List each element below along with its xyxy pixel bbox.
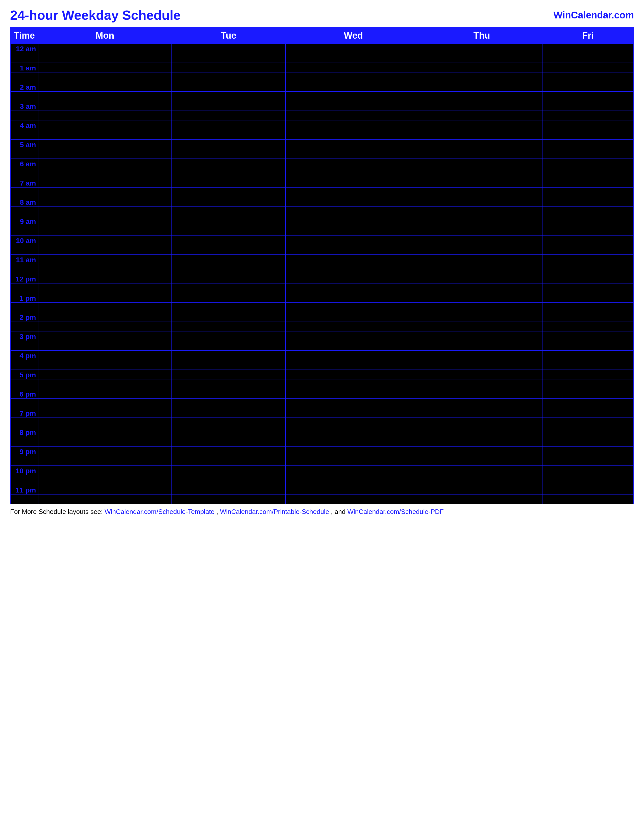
schedule-cell[interactable]: [171, 418, 286, 427]
footer-link-1[interactable]: WinCalendar.com/Schedule-Template: [105, 508, 214, 515]
schedule-cell[interactable]: [171, 121, 286, 130]
schedule-cell[interactable]: [286, 495, 421, 504]
schedule-cell[interactable]: [38, 92, 171, 101]
schedule-cell[interactable]: [38, 485, 171, 495]
schedule-cell[interactable]: [171, 216, 286, 226]
schedule-cell[interactable]: [38, 322, 171, 331]
schedule-cell[interactable]: [286, 235, 421, 245]
schedule-cell[interactable]: [171, 130, 286, 140]
schedule-cell[interactable]: [421, 197, 543, 207]
schedule-cell[interactable]: [286, 274, 421, 283]
schedule-cell[interactable]: [171, 53, 286, 63]
schedule-cell[interactable]: [421, 111, 543, 121]
schedule-cell[interactable]: [542, 255, 634, 264]
schedule-cell[interactable]: [171, 274, 286, 283]
schedule-cell[interactable]: [421, 437, 543, 447]
schedule-cell[interactable]: [38, 341, 171, 351]
schedule-cell[interactable]: [421, 370, 543, 380]
schedule-cell[interactable]: [286, 447, 421, 456]
schedule-cell[interactable]: [421, 149, 543, 159]
schedule-cell[interactable]: [171, 140, 286, 149]
schedule-cell[interactable]: [286, 43, 421, 53]
schedule-cell[interactable]: [38, 264, 171, 274]
schedule-cell[interactable]: [286, 408, 421, 418]
schedule-cell[interactable]: [542, 149, 634, 159]
schedule-cell[interactable]: [38, 188, 171, 197]
schedule-cell[interactable]: [38, 283, 171, 293]
schedule-cell[interactable]: [542, 360, 634, 370]
schedule-cell[interactable]: [421, 101, 543, 111]
schedule-cell[interactable]: [542, 92, 634, 101]
schedule-cell[interactable]: [286, 399, 421, 408]
schedule-cell[interactable]: [171, 197, 286, 207]
schedule-cell[interactable]: [171, 149, 286, 159]
schedule-cell[interactable]: [421, 140, 543, 149]
schedule-cell[interactable]: [38, 312, 171, 322]
schedule-cell[interactable]: [542, 370, 634, 380]
schedule-cell[interactable]: [542, 130, 634, 140]
schedule-cell[interactable]: [38, 447, 171, 456]
schedule-cell[interactable]: [38, 370, 171, 380]
schedule-cell[interactable]: [421, 43, 543, 53]
schedule-cell[interactable]: [421, 245, 543, 255]
schedule-cell[interactable]: [171, 283, 286, 293]
schedule-cell[interactable]: [286, 264, 421, 274]
schedule-cell[interactable]: [542, 226, 634, 235]
schedule-cell[interactable]: [171, 341, 286, 351]
schedule-cell[interactable]: [542, 303, 634, 312]
schedule-cell[interactable]: [286, 380, 421, 389]
schedule-cell[interactable]: [542, 245, 634, 255]
schedule-cell[interactable]: [286, 53, 421, 63]
schedule-cell[interactable]: [286, 188, 421, 197]
schedule-cell[interactable]: [542, 72, 634, 82]
schedule-cell[interactable]: [38, 216, 171, 226]
schedule-cell[interactable]: [38, 168, 171, 178]
schedule-cell[interactable]: [421, 235, 543, 245]
schedule-cell[interactable]: [421, 264, 543, 274]
schedule-cell[interactable]: [286, 168, 421, 178]
schedule-cell[interactable]: [38, 389, 171, 399]
schedule-cell[interactable]: [542, 178, 634, 188]
schedule-cell[interactable]: [286, 351, 421, 360]
schedule-cell[interactable]: [421, 283, 543, 293]
schedule-cell[interactable]: [171, 303, 286, 312]
schedule-cell[interactable]: [171, 427, 286, 437]
schedule-cell[interactable]: [171, 312, 286, 322]
schedule-cell[interactable]: [542, 168, 634, 178]
schedule-cell[interactable]: [286, 149, 421, 159]
schedule-cell[interactable]: [421, 168, 543, 178]
schedule-cell[interactable]: [542, 447, 634, 456]
schedule-cell[interactable]: [542, 437, 634, 447]
schedule-cell[interactable]: [171, 475, 286, 485]
schedule-cell[interactable]: [542, 399, 634, 408]
schedule-cell[interactable]: [38, 437, 171, 447]
schedule-cell[interactable]: [171, 178, 286, 188]
schedule-cell[interactable]: [421, 475, 543, 485]
schedule-cell[interactable]: [38, 274, 171, 283]
schedule-cell[interactable]: [38, 418, 171, 427]
schedule-cell[interactable]: [286, 255, 421, 264]
schedule-cell[interactable]: [171, 168, 286, 178]
schedule-cell[interactable]: [38, 255, 171, 264]
schedule-cell[interactable]: [171, 370, 286, 380]
schedule-cell[interactable]: [38, 245, 171, 255]
schedule-cell[interactable]: [542, 140, 634, 149]
schedule-cell[interactable]: [38, 72, 171, 82]
schedule-cell[interactable]: [542, 475, 634, 485]
schedule-cell[interactable]: [171, 245, 286, 255]
schedule-cell[interactable]: [38, 466, 171, 475]
schedule-cell[interactable]: [421, 380, 543, 389]
schedule-cell[interactable]: [286, 207, 421, 216]
schedule-cell[interactable]: [421, 447, 543, 456]
schedule-cell[interactable]: [286, 293, 421, 303]
schedule-cell[interactable]: [171, 351, 286, 360]
schedule-cell[interactable]: [421, 255, 543, 264]
schedule-cell[interactable]: [286, 130, 421, 140]
schedule-cell[interactable]: [542, 188, 634, 197]
schedule-cell[interactable]: [171, 399, 286, 408]
schedule-cell[interactable]: [421, 399, 543, 408]
schedule-cell[interactable]: [421, 63, 543, 72]
schedule-cell[interactable]: [286, 178, 421, 188]
schedule-cell[interactable]: [171, 255, 286, 264]
schedule-cell[interactable]: [38, 427, 171, 437]
